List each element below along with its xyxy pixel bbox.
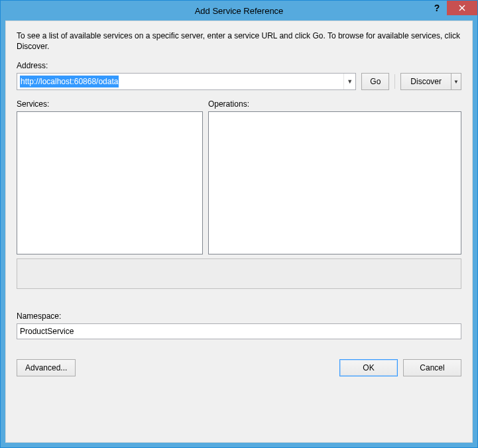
dialog-window: Add Service Reference ? To see a list of… xyxy=(0,0,478,448)
window-chrome: To see a list of available services on a… xyxy=(1,21,477,447)
go-button[interactable]: Go xyxy=(361,73,389,90)
separator xyxy=(394,74,395,89)
namespace-input[interactable] xyxy=(17,323,461,339)
services-column: Services: xyxy=(17,99,203,254)
operations-column: Operations: xyxy=(208,99,461,254)
advanced-button[interactable]: Advanced... xyxy=(17,359,76,376)
address-row: http://localhost:60868/odata ▼ Go Discov… xyxy=(17,73,461,90)
discover-split-button: Discover ▼ xyxy=(400,73,461,90)
discover-dropdown[interactable]: ▼ xyxy=(451,73,461,90)
chevron-down-icon: ▼ xyxy=(347,78,353,85)
footer: Advanced... OK Cancel xyxy=(17,359,461,376)
discover-button[interactable]: Discover xyxy=(400,73,451,90)
lists-row: Services: Operations: xyxy=(17,99,461,254)
status-panel xyxy=(17,258,461,289)
chevron-down-icon: ▼ xyxy=(453,79,459,85)
client-area: To see a list of available services on a… xyxy=(5,21,473,443)
ok-button[interactable]: OK xyxy=(339,359,398,376)
services-listbox[interactable] xyxy=(17,111,203,254)
address-input[interactable]: http://localhost:60868/odata xyxy=(17,74,343,89)
description-text: To see a list of available services on a… xyxy=(17,30,461,52)
address-combobox[interactable]: http://localhost:60868/odata ▼ xyxy=(17,73,356,90)
cancel-button[interactable]: Cancel xyxy=(403,359,461,376)
window-controls: ? xyxy=(427,1,477,21)
titlebar: Add Service Reference ? xyxy=(1,1,477,21)
help-button[interactable]: ? xyxy=(427,1,447,15)
namespace-label: Namespace: xyxy=(17,311,461,321)
address-dropdown-arrow[interactable]: ▼ xyxy=(343,74,355,89)
address-label: Address: xyxy=(17,61,461,70)
close-icon xyxy=(459,5,465,11)
operations-listbox[interactable] xyxy=(208,111,461,254)
close-button[interactable] xyxy=(447,1,477,15)
window-title: Add Service Reference xyxy=(1,6,477,16)
operations-label: Operations: xyxy=(208,99,461,109)
address-value: http://localhost:60868/odata xyxy=(20,76,119,87)
services-label: Services: xyxy=(17,99,203,109)
